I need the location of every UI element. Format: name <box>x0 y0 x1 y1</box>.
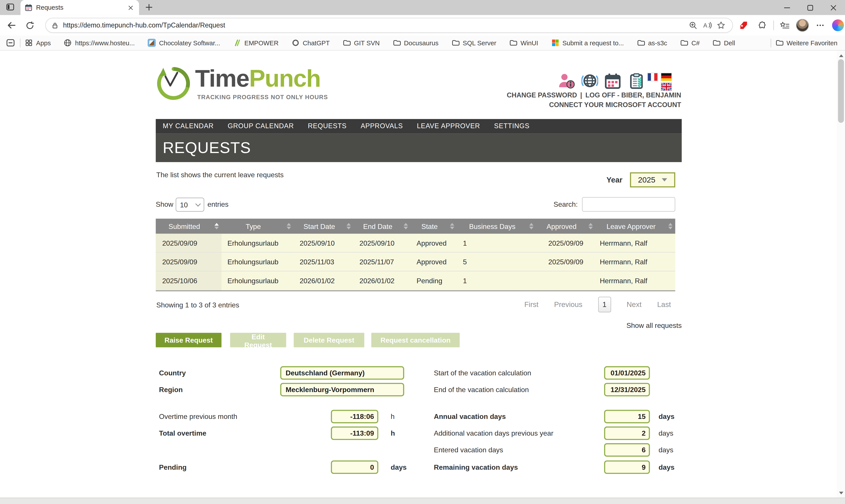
scrollbar-thumb[interactable] <box>838 59 844 123</box>
nav-group-calendar[interactable]: GROUP CALENDAR <box>221 119 301 133</box>
settings-more-icon[interactable] <box>813 18 827 32</box>
days-unit: days <box>658 443 673 457</box>
sidebar-icon[interactable] <box>5 37 16 48</box>
pagination-next[interactable]: Next <box>627 301 641 309</box>
column-header-submitted[interactable]: Submitted <box>156 219 222 234</box>
column-header-type[interactable]: Type <box>222 219 294 234</box>
year-select[interactable]: 2025 <box>630 173 675 187</box>
column-header-start-date[interactable]: Start Date <box>294 219 354 234</box>
profile-avatar[interactable] <box>795 18 810 32</box>
region-field[interactable]: Mecklenburg-Vorpommern <box>280 383 404 396</box>
flag-germany-icon[interactable] <box>661 73 672 81</box>
favorite-star-icon[interactable] <box>714 19 728 32</box>
bookmark-folder-dell[interactable]: Dell <box>712 39 735 47</box>
show-all-requests-link[interactable]: Show all requests <box>627 322 682 330</box>
connect-microsoft-link[interactable]: CONNECT YOUR MICROSOFT ACCOUNT <box>549 101 681 109</box>
bookmark-folder-as-s3c[interactable]: as-s3c <box>637 39 667 47</box>
entered-vacation-field[interactable]: 6 <box>604 443 650 457</box>
annual-vacation-field[interactable]: 15 <box>604 410 650 423</box>
refresh-button[interactable] <box>21 17 38 33</box>
nav-approvals[interactable]: APPROVALS <box>354 119 410 133</box>
read-aloud-icon[interactable]: A <box>700 19 714 32</box>
column-header-end-date[interactable]: End Date <box>354 219 411 234</box>
nav-leave-approver[interactable]: LEAVE APPROVER <box>410 119 487 133</box>
vacation-end-field[interactable]: 12/31/2025 <box>604 383 650 396</box>
raise-request-button[interactable]: Raise Request <box>156 333 222 347</box>
column-header-leave-approver[interactable]: Leave Approver <box>596 219 675 234</box>
extensions-puzzle-icon[interactable] <box>755 18 769 32</box>
workspaces-icon[interactable] <box>4 2 16 13</box>
table-row[interactable]: 2025/09/09Erholungsurlaub2025/11/032025/… <box>156 253 675 272</box>
pagination-current-page[interactable]: 1 <box>598 296 611 312</box>
table-row[interactable]: 2025/10/06Erholungsurlaub2026/01/022026/… <box>156 271 675 290</box>
bookmark-folder-sqlserver[interactable]: SQL Server <box>451 39 496 47</box>
flag-france-icon[interactable] <box>648 73 657 81</box>
task-list-icon[interactable] <box>629 72 645 92</box>
remaining-vacation-field[interactable]: 9 <box>604 461 650 474</box>
bookmark-empower[interactable]: EMPOWER <box>233 39 279 47</box>
logoff-link[interactable]: LOG OFF - BIBER, BENJAMIN <box>585 91 681 99</box>
pagination-previous[interactable]: Previous <box>554 301 582 309</box>
bookmark-folder-csharp[interactable]: C# <box>680 39 700 47</box>
zoom-in-icon[interactable] <box>686 19 700 32</box>
bookmark-hosteu[interactable]: https://www.hosteu... <box>64 39 135 47</box>
bookmark-label: Submit a request to... <box>562 39 624 47</box>
column-header-approved[interactable]: Approved <box>536 219 596 234</box>
bookmark-folder-winui[interactable]: WinUI <box>509 39 538 47</box>
pending-field[interactable]: 0 <box>331 461 379 474</box>
additional-vacation-field[interactable]: 2 <box>604 427 650 440</box>
user-info-icon[interactable] <box>558 72 576 92</box>
edit-request-button[interactable]: Edit Request <box>230 333 286 347</box>
scroll-up-icon[interactable] <box>837 52 845 59</box>
vacation-start-field[interactable]: 01/01/2025 <box>604 366 650 380</box>
calendar-icon[interactable] <box>604 72 621 92</box>
bookmark-folder-gitsvn[interactable]: GIT SVN <box>342 39 380 47</box>
copilot-icon[interactable] <box>831 18 845 32</box>
bookmark-apps[interactable]: Apps <box>25 39 51 47</box>
nav-requests[interactable]: REQUESTS <box>301 119 354 133</box>
bookmark-more-favorites[interactable]: Weitere Favoriten <box>775 39 838 47</box>
devexpress-extension-icon[interactable] <box>737 18 751 32</box>
pagination-first[interactable]: First <box>524 301 539 309</box>
scroll-down-icon[interactable] <box>837 489 845 497</box>
bookmark-label: as-s3c <box>648 39 667 47</box>
table-row[interactable]: 2025/09/09Erholungsurlaub2025/09/102025/… <box>156 234 675 253</box>
country-field[interactable]: Deutschland (Germany) <box>280 366 404 380</box>
search-input[interactable] <box>582 197 675 212</box>
bookmark-chocolatey[interactable]: Chocolatey Softwar... <box>148 39 220 47</box>
request-cancellation-button[interactable]: Request cancellation <box>371 333 460 347</box>
browser-tab[interactable]: Requests <box>20 0 139 15</box>
column-header-business-days[interactable]: Business Days <box>457 219 536 234</box>
total-overtime-field[interactable]: -113:09 <box>331 427 379 440</box>
nav-settings[interactable]: SETTINGS <box>487 119 537 133</box>
flag-uk-icon[interactable] <box>661 83 672 90</box>
close-window-button[interactable] <box>822 0 845 15</box>
list-controls: Show 10 entries Search: <box>156 197 675 212</box>
lock-icon[interactable] <box>51 21 59 30</box>
maximize-button[interactable] <box>798 0 822 15</box>
url-text[interactable]: https://demo.timepunch-hub.com/TpCalenda… <box>63 21 686 29</box>
minimize-button[interactable] <box>775 0 798 15</box>
pagination-last[interactable]: Last <box>657 301 671 309</box>
page-size-select[interactable]: 10 <box>176 198 204 212</box>
bookmarks-divider <box>20 38 20 47</box>
bookmark-chatgpt[interactable]: ChatGPT <box>291 39 330 47</box>
chevron-down-icon <box>662 178 667 182</box>
vacation-form: Country Deutschland (Germany) Start of t… <box>156 366 682 482</box>
timepunch-logo[interactable]: TimePunch TRACKING PROGRESS NOT ONLY HOU… <box>156 66 328 103</box>
vertical-scrollbar[interactable] <box>837 51 845 498</box>
overtime-previous-field[interactable]: -118:06 <box>331 410 379 423</box>
delete-request-button[interactable]: Delete Request <box>294 333 365 347</box>
change-password-link[interactable]: CHANGE PASSWORD <box>507 91 577 99</box>
column-header-state[interactable]: State <box>411 219 457 234</box>
nav-my-calendar[interactable]: MY CALENDAR <box>156 119 221 133</box>
bookmark-folder-docusaurus[interactable]: Docusaurus <box>392 39 438 47</box>
tab-close-icon[interactable] <box>126 3 135 12</box>
favorites-collections-icon[interactable] <box>778 18 792 32</box>
pending-label: Pending <box>159 461 187 474</box>
bookmark-submit-request[interactable]: Submit a request to... <box>551 39 624 47</box>
back-button[interactable] <box>3 17 19 33</box>
new-tab-button[interactable] <box>143 3 154 13</box>
address-bar[interactable]: https://demo.timepunch-hub.com/TpCalenda… <box>45 18 733 33</box>
language-globe-icon[interactable] <box>581 72 598 91</box>
